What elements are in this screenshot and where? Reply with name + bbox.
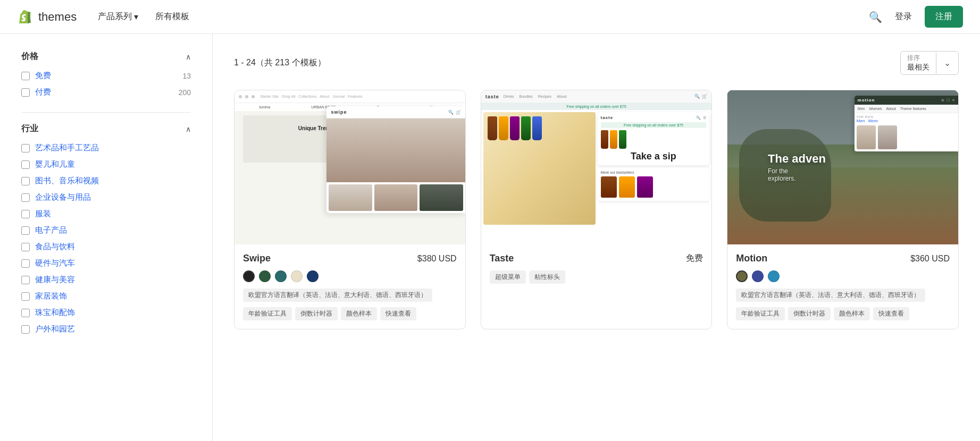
industry-checkbox-1[interactable] [21,160,30,169]
free-label[interactable]: 免费 [35,71,51,81]
taste-slogan: Take a sip [601,151,707,162]
nav-product-series[interactable]: 产品系列 ▾ [98,11,138,22]
swipe-overlay: swipe 🔍🛒 [326,106,465,213]
sidebar: 价格 ∧ 免费 13 付费 200 行业 [0,34,213,441]
color-swatch-1[interactable] [259,270,271,282]
motion-feature-0[interactable]: 年龄验证工具 [736,307,785,320]
color-swatch-2[interactable] [275,270,287,282]
taste-free-label: 免费 [686,253,703,264]
filter-industry-5: 电子产品 [21,225,191,235]
industry-label-7[interactable]: 硬件与汽车 [35,258,75,268]
taste-tag-0: 超级菜单 [490,270,526,284]
filter-industry-10: 珠宝和配饰 [21,308,191,318]
industry-checkbox-9[interactable] [21,292,30,301]
swipe-feature-3[interactable]: 快速查看 [380,307,416,320]
paid-checkbox[interactable] [21,88,30,97]
sidebar-divider [21,112,191,113]
nav-right: 🔍 登录 注册 [869,6,963,28]
swipe-name: Swipe [243,253,271,264]
industry-label-10[interactable]: 珠宝和配饰 [35,308,75,318]
motion-feature-3[interactable]: 快速查看 [873,307,909,320]
swipe-feature-1[interactable]: 倒数计时器 [295,307,338,320]
motion-color-0[interactable] [736,270,748,282]
color-swatch-4[interactable] [307,270,319,282]
industry-checkbox-7[interactable] [21,259,30,268]
industry-checkbox-4[interactable] [21,210,30,218]
industry-checkbox-11[interactable] [21,325,30,334]
free-checkbox[interactable] [21,72,30,80]
motion-color-2[interactable] [768,270,780,282]
filter-industry-4: 服装 [21,209,191,219]
swipe-features: 年龄验证工具 倒数计时器 颜色样本 快速查看 [243,307,457,320]
industry-label-4[interactable]: 服装 [35,209,51,219]
price-section-header[interactable]: 价格 ∧ [21,51,191,62]
filter-industry-6: 食品与饮料 [21,242,191,252]
industry-label-2[interactable]: 图书、音乐和视频 [35,176,99,186]
industry-label-8[interactable]: 健康与美容 [35,275,75,285]
swipe-info: Swipe $380 USD 欧盟官方语言翻译（英语、法语、意大利语、德语、西班… [234,244,465,329]
filter-free: 免费 13 [21,71,191,81]
industry-checkbox-0[interactable] [21,144,30,152]
result-count: 1 - 24（共 213 个模板） [234,57,326,69]
register-button[interactable]: 注册 [925,6,963,28]
industry-label-11[interactable]: 户外和园艺 [35,324,75,334]
sort-value: 最相关 [901,63,936,74]
login-button[interactable]: 登录 [895,11,912,22]
filter-industry-11: 户外和园艺 [21,324,191,334]
logo[interactable]: themes [17,9,77,26]
nav-all-templates[interactable]: 所有模板 [155,11,189,22]
taste-preview: taste DrinksBundlesRecipesAbout 🔍🛒 Free … [481,90,712,244]
industry-section-header[interactable]: 行业 ∧ [21,123,191,134]
filter-industry-2: 图书、音乐和视频 [21,176,191,186]
motion-feature-2[interactable]: 颜色样本 [834,307,870,320]
nav-links: 产品系列 ▾ 所有模板 [98,11,869,22]
color-swatch-3[interactable] [291,270,303,282]
motion-colors [736,270,950,282]
industry-label-6[interactable]: 食品与饮料 [35,242,75,252]
industry-checkbox-8[interactable] [21,276,30,284]
shopify-logo-icon [17,9,34,26]
sort-left: 排序 最相关 [901,52,936,74]
navigation: themes 产品系列 ▾ 所有模板 🔍 登录 注册 [0,0,980,34]
swipe-feature-0[interactable]: 年龄验证工具 [243,307,292,320]
industry-checkbox-6[interactable] [21,243,30,251]
filter-industry-3: 企业设备与用品 [21,192,191,202]
industry-checkbox-2[interactable] [21,177,30,185]
color-swatch-0[interactable] [243,270,255,282]
page-layout: 价格 ∧ 免费 13 付费 200 行业 [0,34,980,441]
industry-label-3[interactable]: 企业设备与用品 [35,192,91,202]
industry-section-title: 行业 [21,123,38,134]
industry-checkbox-5[interactable] [21,226,30,235]
industry-label-1[interactable]: 婴儿和儿童 [35,159,75,169]
taste-tags: 超级菜单 粘性标头 [490,270,703,284]
industry-label-0[interactable]: 艺术品和手工艺品 [35,143,99,153]
industry-label-9[interactable]: 家居装饰 [35,291,67,301]
search-icon[interactable]: 🔍 [869,11,882,23]
taste-info: Taste 免费 超级菜单 粘性标头 [481,244,712,298]
swipe-preview: Starter Site · Shop All · Collections · … [234,90,465,244]
free-count: 13 [182,72,191,80]
industry-chevron-icon: ∧ [186,125,191,133]
paid-count: 200 [179,88,191,97]
sort-dropdown-icon[interactable]: ⌄ [936,58,958,68]
sort-control[interactable]: 排序 最相关 ⌄ [900,51,959,75]
paid-label[interactable]: 付费 [35,87,51,97]
swipe-feature-2[interactable]: 颜色样本 [341,307,377,320]
industry-filter-section: 行业 ∧ 艺术品和手工艺品 婴儿和儿童 图书、音乐和视频 企业设备与用品 [21,123,191,334]
motion-overlay-card: motion ⊕☐✕ MenWomenAboutTheme features T… [855,96,958,151]
logo-text: themes [38,10,77,24]
swipe-price: $380 USD [417,254,457,264]
taste-name: Taste [490,253,514,264]
price-filter-section: 价格 ∧ 免费 13 付费 200 [21,51,191,97]
filter-industry-8: 健康与美容 [21,275,191,285]
industry-label-5[interactable]: 电子产品 [35,225,67,235]
motion-tag-0: 欧盟官方语言翻译（英语、法语、意大利语、德语、西班牙语） [736,289,925,302]
motion-color-1[interactable] [752,270,764,282]
industry-checkbox-10[interactable] [21,309,30,317]
motion-feature-1[interactable]: 倒数计时器 [788,307,831,320]
theme-grid: Starter Site · Shop All · Collections · … [234,90,959,329]
taste-topbar: taste DrinksBundlesRecipesAbout 🔍🛒 [481,90,712,103]
filter-industry-0: 艺术品和手工艺品 [21,143,191,153]
filter-industry-7: 硬件与汽车 [21,258,191,268]
industry-checkbox-3[interactable] [21,193,30,202]
